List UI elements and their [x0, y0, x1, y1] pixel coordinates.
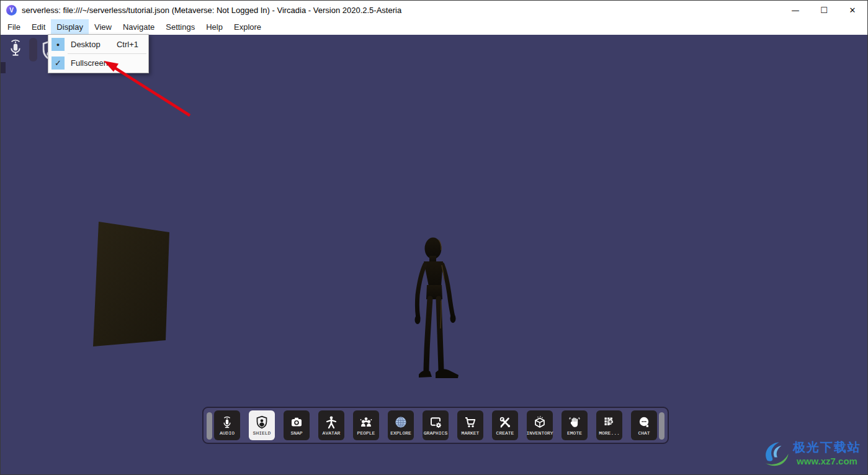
toolbar-button-explore[interactable]: EXPLORE	[388, 410, 414, 440]
toolbar-button-label: CHAT	[638, 430, 650, 436]
globe-icon	[393, 415, 408, 430]
toolbar-button-label: SNAP	[290, 430, 302, 436]
toolbar-button-chat[interactable]: CHAT	[631, 410, 657, 440]
tools-icon	[498, 415, 512, 430]
watermark: 极光下载站 www.xz7.com	[759, 435, 864, 471]
scene-dark-panel[interactable]	[87, 217, 174, 350]
title-bar: V serverless: file:///~/serverless/tutor…	[1, 1, 867, 19]
toolbar-button-label: EXPLORE	[390, 430, 411, 436]
chat-bubble-icon	[637, 415, 651, 430]
menu-explore[interactable]: Explore	[228, 19, 267, 35]
toolbar-button-label: MORE...	[599, 430, 620, 436]
watermark-site-url: www.xz7.com	[797, 456, 857, 466]
toolbar-scroll-handle-right[interactable]	[659, 412, 664, 440]
shield-icon	[254, 415, 269, 430]
toolbar-button-emote[interactable]: EMOTE	[562, 410, 588, 440]
camera-icon	[289, 415, 304, 430]
window-controls: — ☐ ✕	[781, 1, 867, 19]
window-title: serverless: file:///~/serverless/tutoria…	[22, 6, 401, 15]
microphone-icon	[220, 415, 235, 430]
cart-icon	[463, 415, 478, 430]
toolbar-button-market[interactable]: MARKET	[457, 410, 483, 440]
menu-view[interactable]: View	[89, 19, 117, 35]
scene-mannequin-avatar[interactable]	[398, 229, 472, 378]
display-gear-icon	[428, 415, 443, 430]
people-icon	[359, 415, 374, 430]
minimize-button[interactable]: —	[788, 2, 803, 17]
toolbar-button-more[interactable]: MORE...	[596, 410, 622, 440]
annotation-arrow	[87, 50, 205, 128]
toolbar-button-shield[interactable]: SHIELD	[249, 410, 275, 440]
toolbar-button-label: CREATE	[496, 430, 514, 436]
toolbar-button-label: EMOTE	[567, 430, 582, 436]
menu-navigate[interactable]: Navigate	[117, 19, 160, 35]
audio-level-meter	[29, 38, 37, 61]
person-icon	[324, 415, 339, 430]
grid-plus-icon	[602, 415, 617, 430]
box-icon	[532, 415, 547, 430]
menu-display[interactable]: Display	[51, 19, 89, 35]
microphone-icon[interactable]	[6, 36, 25, 60]
watermark-site-name: 极光下载站	[793, 439, 861, 456]
watermark-swirl-icon	[759, 435, 794, 470]
toolbar-button-graphics[interactable]: GRAPHICS	[423, 410, 449, 440]
toolbar-button-label: AVATAR	[323, 430, 341, 436]
toolbar-button-snap[interactable]: SNAP	[284, 410, 310, 440]
close-button[interactable]: ✕	[845, 2, 860, 17]
menu-file[interactable]: File	[2, 19, 26, 35]
menu-item-shortcut: Ctrl+1	[117, 40, 138, 49]
vircadia-window: V serverless: file:///~/serverless/tutor…	[0, 0, 868, 475]
toolbar-button-label: MARKET	[462, 430, 480, 436]
checkmark-icon: ✓	[51, 57, 65, 70]
menu-item-label: Desktop	[71, 40, 101, 49]
menu-edit[interactable]: Edit	[26, 19, 51, 35]
left-edge-fragment	[1, 62, 6, 73]
toolbar-button-label: GRAPHICS	[424, 430, 447, 436]
toolbar-button-avatar[interactable]: AVATAR	[318, 410, 344, 440]
toolbar-button-label: PEOPLE	[357, 430, 375, 436]
toolbar-button-label: AUDIO	[220, 430, 235, 436]
toolbar-button-label: INVENTORY	[526, 430, 553, 436]
menu-settings[interactable]: Settings	[160, 19, 200, 35]
hand-icon	[567, 415, 582, 430]
menu-bar: File Edit Display View Navigate Settings…	[1, 19, 867, 35]
app-logo-icon: V	[6, 5, 17, 16]
bottom-toolbar: AUDIO SHIELD SNAP	[202, 407, 669, 444]
menu-help[interactable]: Help	[200, 19, 228, 35]
toolbar-scroll-handle-left[interactable]	[207, 412, 212, 440]
toolbar-button-audio[interactable]: AUDIO	[214, 410, 240, 440]
toolbar-button-label: SHIELD	[253, 430, 271, 436]
toolbar-button-inventory[interactable]: INVENTORY	[527, 410, 553, 440]
toolbar-button-create[interactable]: CREATE	[492, 410, 518, 440]
toolbar-button-people[interactable]: PEOPLE	[353, 410, 379, 440]
maximize-button[interactable]: ☐	[817, 2, 831, 17]
radio-selected-icon: ●	[51, 38, 65, 51]
